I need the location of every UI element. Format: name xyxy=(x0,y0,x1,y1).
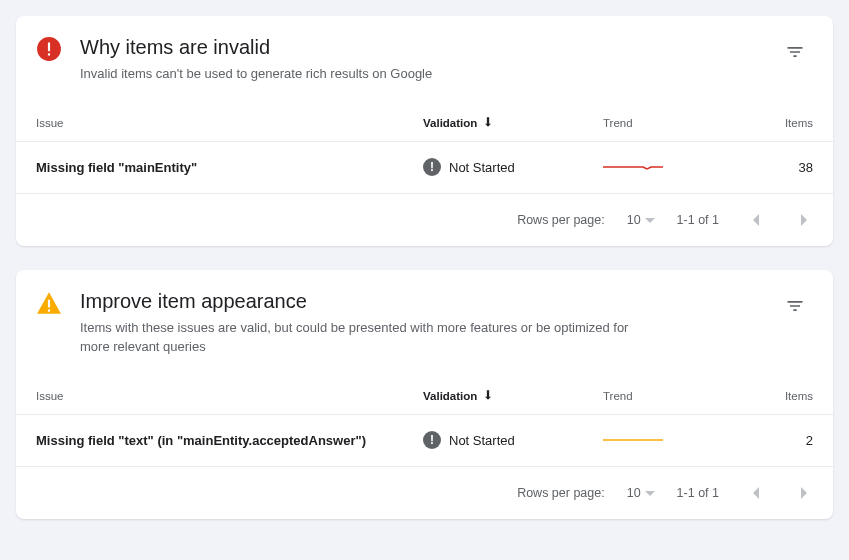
column-validation-sort[interactable]: Validation xyxy=(423,115,603,131)
column-validation-label: Validation xyxy=(423,117,477,129)
column-validation-label: Validation xyxy=(423,390,477,402)
next-page-button[interactable] xyxy=(791,479,819,507)
column-issue[interactable]: Issue xyxy=(36,117,423,129)
validation-status-icon: ! xyxy=(423,431,441,449)
column-issue[interactable]: Issue xyxy=(36,390,423,402)
items-count: 38 xyxy=(743,160,813,175)
column-trend[interactable]: Trend xyxy=(603,117,743,129)
rows-per-page-label: Rows per page: xyxy=(517,213,605,227)
column-items[interactable]: Items xyxy=(743,117,813,129)
caret-down-icon xyxy=(645,213,655,227)
card-subtitle: Invalid items can't be used to generate … xyxy=(80,64,640,84)
rows-per-page-value: 10 xyxy=(627,213,641,227)
error-icon xyxy=(36,36,62,62)
sort-down-icon xyxy=(481,115,495,131)
column-validation-sort[interactable]: Validation xyxy=(423,388,603,404)
rows-per-page-label: Rows per page: xyxy=(517,486,605,500)
card-title: Why items are invalid xyxy=(80,34,777,60)
card-header: Improve item appearance Items with these… xyxy=(16,270,833,379)
improve-appearance-card: Improve item appearance Items with these… xyxy=(16,270,833,519)
invalid-items-card: Why items are invalid Invalid items can'… xyxy=(16,16,833,246)
validation-status-icon: ! xyxy=(423,158,441,176)
caret-down-icon xyxy=(645,486,655,500)
svg-rect-1 xyxy=(48,43,50,52)
prev-page-button[interactable] xyxy=(741,479,769,507)
svg-rect-3 xyxy=(48,299,50,307)
card-title: Improve item appearance xyxy=(80,288,777,314)
items-count: 2 xyxy=(743,433,813,448)
sort-down-icon xyxy=(481,388,495,404)
table-row[interactable]: Missing field "mainEntity" ! Not Started… xyxy=(16,142,833,194)
rows-per-page-value: 10 xyxy=(627,486,641,500)
column-trend[interactable]: Trend xyxy=(603,390,743,402)
filter-button[interactable] xyxy=(777,288,813,324)
pagination: Rows per page: 10 1-1 of 1 xyxy=(16,194,833,246)
next-page-button[interactable] xyxy=(791,206,819,234)
trend-sparkline xyxy=(603,430,663,450)
card-subtitle: Items with these issues are valid, but c… xyxy=(80,318,640,357)
table-header: Issue Validation Trend Items xyxy=(16,106,833,142)
rows-per-page-select[interactable]: 10 xyxy=(627,213,655,227)
table-header: Issue Validation Trend Items xyxy=(16,379,833,415)
validation-status: Not Started xyxy=(449,160,515,175)
rows-per-page-select[interactable]: 10 xyxy=(627,486,655,500)
svg-rect-2 xyxy=(48,53,50,55)
table-row[interactable]: Missing field "text" (in "mainEntity.acc… xyxy=(16,415,833,467)
pagination: Rows per page: 10 1-1 of 1 xyxy=(16,467,833,519)
column-items[interactable]: Items xyxy=(743,390,813,402)
issue-text: Missing field "text" (in "mainEntity.acc… xyxy=(36,433,423,448)
warning-icon xyxy=(36,290,62,316)
filter-button[interactable] xyxy=(777,34,813,70)
pagination-range: 1-1 of 1 xyxy=(677,213,719,227)
card-header: Why items are invalid Invalid items can'… xyxy=(16,16,833,106)
prev-page-button[interactable] xyxy=(741,206,769,234)
issue-text: Missing field "mainEntity" xyxy=(36,160,423,175)
svg-rect-4 xyxy=(48,309,50,311)
validation-status: Not Started xyxy=(449,433,515,448)
pagination-range: 1-1 of 1 xyxy=(677,486,719,500)
trend-sparkline xyxy=(603,157,663,177)
